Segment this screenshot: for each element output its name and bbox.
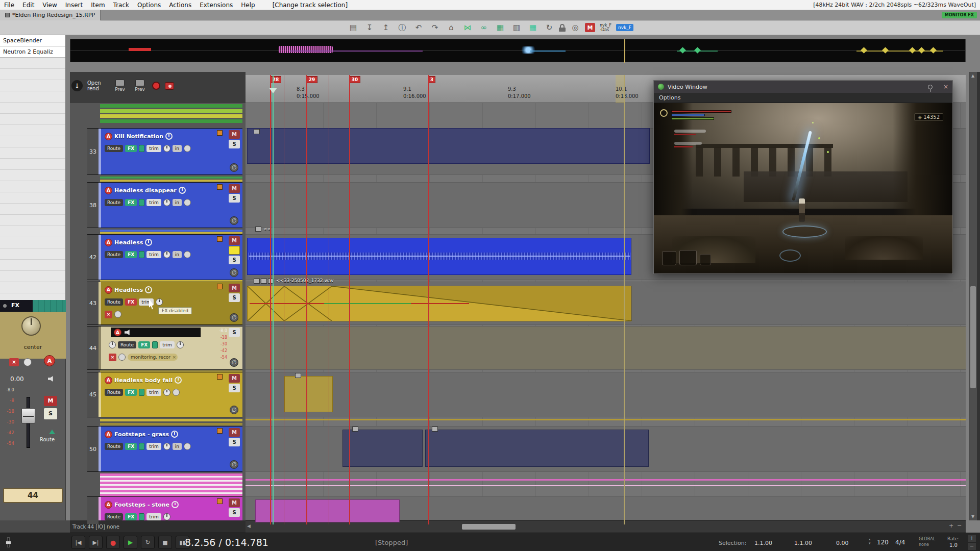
item-icon[interactable] <box>254 279 260 284</box>
selection-length[interactable]: 0.00 <box>836 540 849 546</box>
scroll-left-arrow[interactable]: ◀ <box>247 523 251 529</box>
mixer-fx-label[interactable]: FX <box>11 302 19 309</box>
auto-mode-badge[interactable] <box>229 246 240 255</box>
menu-item[interactable]: Item <box>87 2 109 9</box>
track-panel-33[interactable]: 33 A Kill Notification Route FX trim in … <box>87 128 242 175</box>
track-lane[interactable] <box>246 372 966 417</box>
fx-chain-icon[interactable] <box>139 199 144 206</box>
menu-edit[interactable]: Edit <box>18 2 38 9</box>
mixer-route-label[interactable]: Route <box>40 437 55 442</box>
collapsed-track-strip[interactable] <box>100 232 242 234</box>
solo-button[interactable]: S <box>229 194 240 203</box>
monitor-icon[interactable] <box>114 311 121 318</box>
notify-icon[interactable]: ◎ <box>569 21 582 34</box>
fx-button[interactable]: FX <box>125 389 137 396</box>
time-signature[interactable]: 4/4 <box>895 539 905 546</box>
video-window[interactable]: Video Window × Options <box>653 80 953 274</box>
menu-track[interactable]: Track <box>109 2 133 9</box>
track-panel-43[interactable]: 43 A Headless Route FX trim × M S ∅ <box>87 282 242 325</box>
mute-button[interactable]: M <box>229 498 240 507</box>
track-number[interactable]: 50 <box>87 427 99 471</box>
repeat-button[interactable]: ↻ <box>141 536 155 549</box>
zoom-minus-button[interactable]: − <box>968 543 976 550</box>
volume-value[interactable]: 0.00 <box>10 375 24 383</box>
grid-settings-icon[interactable]: ▦ <box>526 21 540 34</box>
snap-icon[interactable]: ▥ <box>510 21 523 34</box>
collapsed-track-strip[interactable] <box>100 423 242 425</box>
solo-button[interactable]: S <box>229 508 240 517</box>
fx-button[interactable]: FX <box>138 341 150 348</box>
nvk-folder-badge[interactable]: nvk_F -Das <box>598 23 613 32</box>
track-name[interactable]: Footsteps - grass <box>114 431 169 438</box>
collapsed-track-strip[interactable] <box>100 419 242 421</box>
phase-button[interactable]: ∅ <box>230 216 238 225</box>
item-icon[interactable] <box>432 427 438 432</box>
route-button[interactable]: Route <box>105 251 123 258</box>
solo-button[interactable]: S <box>229 328 240 337</box>
menu-help[interactable]: Help <box>237 2 259 9</box>
media-item-kill-notification[interactable] <box>247 128 650 164</box>
prev-render-button[interactable]: Prev <box>112 80 128 92</box>
remove-button[interactable]: × <box>109 354 116 361</box>
item-icon[interactable] <box>255 227 261 232</box>
project-tab[interactable]: *Elden Ring Redesign_15.RPP <box>0 10 101 20</box>
undo-icon[interactable]: ↶ <box>412 21 425 34</box>
marker-flag-29[interactable]: 29 <box>306 76 317 83</box>
track-name[interactable]: Headless <box>114 239 143 246</box>
track-name[interactable]: Headless disappear <box>114 187 177 194</box>
marker-flag-30[interactable]: 30 <box>349 76 360 83</box>
fx-slot[interactable]: FX <box>0 300 66 312</box>
menu-options[interactable]: Options <box>133 2 165 9</box>
phase-button[interactable]: ∅ <box>230 163 238 172</box>
record-arm-button[interactable]: A <box>105 133 112 140</box>
collapsed-track-strip[interactable] <box>100 114 242 118</box>
record-indicator-icon[interactable] <box>152 82 160 90</box>
track-panel-38[interactable]: 38 A Headless disappear Route FX trim in… <box>87 182 242 228</box>
trim-button[interactable]: trim <box>160 341 175 348</box>
mute-button[interactable]: M <box>229 184 240 193</box>
track-panel-42[interactable]: 42 A Headless Route FX trim in M S ∅ <box>87 234 242 280</box>
render-icon[interactable]: ↧ <box>363 21 376 34</box>
monitor-icon[interactable] <box>118 354 126 361</box>
track-number[interactable]: 42 <box>87 235 99 280</box>
mute-button[interactable]: M <box>229 284 240 292</box>
selection-end[interactable]: 1.1.00 <box>794 540 812 546</box>
fx-button[interactable]: FX <box>125 145 137 152</box>
fx-button[interactable]: FX <box>125 513 137 520</box>
marker-flag-3[interactable]: 3 <box>428 76 435 83</box>
marker-flag-28[interactable]: 28 <box>270 76 281 83</box>
global-automation-label[interactable]: GLOBAL <box>919 537 935 541</box>
mini-fader-icon[interactable] <box>7 537 10 547</box>
recinput-badge[interactable] <box>217 184 223 190</box>
mixer-remove-button[interactable]: × <box>9 358 19 366</box>
menu-change-track-selection[interactable]: [Change track selection] <box>268 2 352 9</box>
track-number[interactable]: 45 <box>87 372 99 417</box>
menu-extensions[interactable]: Extensions <box>195 2 237 9</box>
clock-icon[interactable] <box>109 341 116 348</box>
collapsed-track-strip[interactable] <box>100 230 242 232</box>
clock-icon[interactable] <box>145 239 152 246</box>
media-item-footsteps-b[interactable] <box>425 430 649 467</box>
route-button[interactable]: Route <box>105 513 123 520</box>
pin-icon[interactable] <box>928 85 933 89</box>
monitoring-label[interactable]: monitoring, recor <box>128 354 178 361</box>
fx-chain-icon[interactable] <box>139 145 144 152</box>
solo-button[interactable]: S <box>229 438 240 446</box>
menu-view[interactable]: View <box>38 2 61 9</box>
trim-button[interactable]: trim <box>146 251 161 258</box>
phase-button[interactable]: ∅ <box>230 406 238 414</box>
new-project-icon[interactable]: ▤ <box>347 21 360 34</box>
fx-button[interactable]: FX <box>125 251 137 258</box>
media-item-footsteps-a[interactable] <box>342 430 423 467</box>
track-number[interactable]: 38 <box>87 183 99 228</box>
crossfade-icon[interactable]: ⋈ <box>461 21 474 34</box>
solo-button[interactable]: S <box>229 293 240 302</box>
collapsed-track-strips-pink[interactable] <box>100 473 242 496</box>
input-button[interactable]: in <box>173 145 182 152</box>
recinput-badge[interactable] <box>217 374 223 380</box>
recinput-badge[interactable] <box>217 498 223 504</box>
track-number[interactable]: 33 <box>87 129 99 174</box>
monitor-icon[interactable] <box>184 199 191 206</box>
recinput-badge[interactable] <box>217 236 223 242</box>
metronome-icon[interactable]: ⌂ <box>445 21 458 34</box>
